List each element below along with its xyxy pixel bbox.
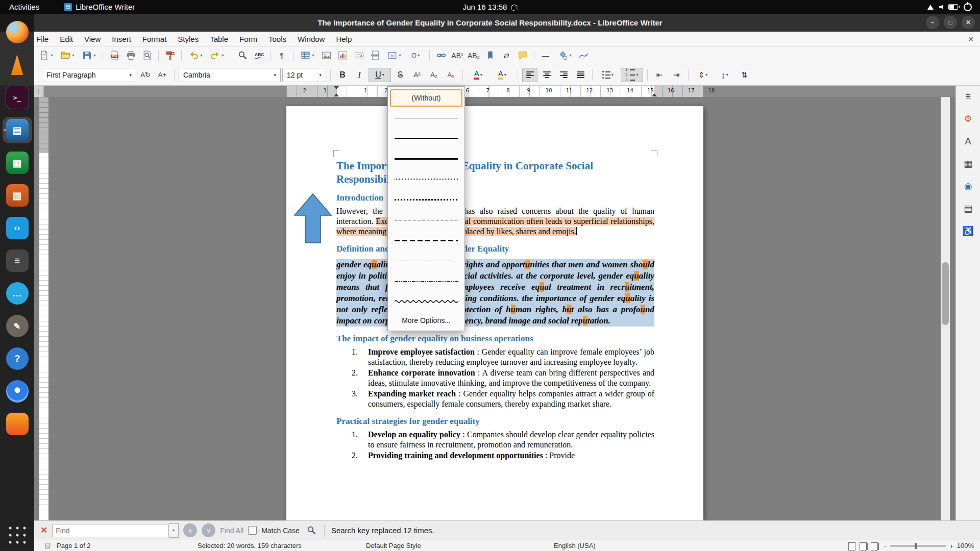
ordered-list-button[interactable]: ▾: [621, 68, 643, 82]
underline-style-solid-thin[interactable]: [390, 108, 462, 128]
find-previous-button[interactable]: ∧: [183, 523, 197, 537]
font-name-combo[interactable]: Cambria▾: [179, 68, 281, 82]
document-page[interactable]: The Importance of Gender Equality in Cor…: [286, 106, 703, 520]
dock-vlc[interactable]: [3, 52, 32, 78]
horizontal-line-button[interactable]: —: [538, 48, 553, 63]
find-input[interactable]: [52, 524, 169, 537]
language-status[interactable]: English (USA): [554, 542, 596, 549]
new-document-button[interactable]: ▾: [36, 48, 56, 63]
subscript-button[interactable]: A₂: [426, 68, 442, 82]
decrease-indent-button[interactable]: ⇤: [652, 68, 667, 82]
sidebar-settings-icon[interactable]: ≡: [961, 89, 976, 104]
properties-icon[interactable]: ⚙: [961, 111, 976, 127]
insert-special-character-button[interactable]: Ω▾: [405, 48, 426, 63]
menu-help[interactable]: Help: [330, 32, 357, 46]
export-pdf-button[interactable]: PDF: [107, 48, 122, 63]
underline-style-dash-dot[interactable]: [390, 251, 462, 271]
find-all-button[interactable]: Find All: [220, 527, 243, 535]
bold-button[interactable]: B: [335, 68, 350, 82]
superscript-button[interactable]: A²: [409, 68, 425, 82]
dock-gimp[interactable]: ✎: [3, 313, 32, 339]
paragraph-style-combo[interactable]: First Paragraph▾: [42, 68, 136, 82]
menu-tools[interactable]: Tools: [263, 32, 292, 46]
zoom-out-icon[interactable]: −: [884, 542, 888, 550]
highlight-color-button[interactable]: A▾: [491, 68, 513, 82]
align-justify-button[interactable]: [573, 68, 588, 82]
align-right-button[interactable]: [556, 68, 571, 82]
menu-edit[interactable]: Edit: [54, 32, 79, 46]
update-style-button[interactable]: A↻: [138, 68, 153, 82]
underline-style-dash[interactable]: [390, 210, 462, 230]
underline-style-dash-bold[interactable]: [390, 230, 462, 251]
freeform-line-button[interactable]: [576, 48, 591, 63]
dock-libreoffice-calc[interactable]: ▦: [3, 149, 32, 176]
zoom-slider[interactable]: [890, 545, 946, 547]
save-button[interactable]: ▾: [79, 48, 99, 63]
menu-form[interactable]: Form: [234, 32, 263, 46]
insert-footnote-button[interactable]: AB¹: [450, 48, 465, 63]
formatting-marks-button[interactable]: ¶: [274, 48, 289, 63]
italic-button[interactable]: I: [352, 68, 367, 82]
insert-chart-button[interactable]: [335, 48, 350, 63]
system-tray[interactable]: [927, 3, 980, 11]
underline-style-dotted[interactable]: [390, 169, 462, 189]
find-and-replace-button[interactable]: [304, 523, 320, 538]
page-icon[interactable]: ▤: [961, 201, 976, 216]
font-size-combo[interactable]: 12 pt▾: [282, 68, 326, 82]
window-title-bar[interactable]: The Importance of Gender Equality in Cor…: [0, 14, 980, 32]
menu-view[interactable]: View: [79, 32, 106, 46]
horizontal-ruler[interactable]: 21123456789101112131415161718: [43, 86, 955, 97]
print-preview-button[interactable]: [139, 48, 155, 63]
close-document-icon[interactable]: ✕: [968, 35, 974, 43]
basic-shapes-button[interactable]: ▾: [554, 48, 575, 63]
clear-formatting-button[interactable]: Aₓ: [443, 68, 458, 82]
underline-style-wave[interactable]: [390, 291, 462, 312]
first-line-indent-marker[interactable]: [334, 86, 339, 89]
scrollbar-thumb[interactable]: [942, 262, 949, 325]
underline-style-dash-dot-dot[interactable]: [390, 271, 462, 291]
find-and-replace-button[interactable]: [235, 48, 250, 63]
left-indent-marker[interactable]: [334, 93, 339, 96]
dock-libreoffice-impress[interactable]: ▧: [3, 182, 32, 209]
tab-stop-selector[interactable]: L: [34, 86, 44, 97]
dock-help[interactable]: ?: [3, 345, 32, 372]
insert-endnote-button[interactable]: AB₂: [466, 48, 481, 63]
new-style-button[interactable]: A+: [155, 68, 170, 82]
dock-libreoffice-writer[interactable]: ▤: [3, 117, 32, 143]
vertical-scrollbar[interactable]: [941, 97, 950, 520]
underline-option-without[interactable]: (Without): [390, 89, 462, 107]
zoom-in-icon[interactable]: +: [949, 542, 953, 550]
insert-page-break-button[interactable]: [368, 48, 383, 63]
navigator-icon[interactable]: ◉: [961, 179, 976, 194]
insert-table-button[interactable]: ▾: [297, 48, 317, 63]
strikethrough-button[interactable]: S: [393, 68, 408, 82]
underline-button[interactable]: U▾: [369, 68, 391, 82]
focused-app-indicator[interactable]: ▤ LibreOffice Writer: [64, 3, 135, 11]
menu-table[interactable]: Table: [204, 32, 234, 46]
close-button[interactable]: ✕: [962, 16, 975, 29]
insert-image-button[interactable]: [318, 48, 334, 63]
insert-comment-button[interactable]: [515, 48, 530, 63]
underline-style-dotted-bold[interactable]: [390, 189, 462, 210]
align-center-button[interactable]: [539, 68, 554, 82]
dock-vscode[interactable]: ‹›: [3, 215, 32, 241]
dock-software-store[interactable]: [3, 411, 32, 437]
single-page-view-button[interactable]: [848, 542, 855, 550]
insert-textbox-button[interactable]: A: [351, 48, 366, 63]
show-applications-button[interactable]: [7, 524, 28, 546]
paragraph-spacing-button[interactable]: ↨▾: [715, 68, 735, 82]
activities-button[interactable]: Activities: [0, 3, 48, 11]
clock[interactable]: Jun 16 13:58: [463, 3, 518, 11]
increase-indent-button[interactable]: ⇥: [669, 68, 684, 82]
font-color-button[interactable]: A▾: [467, 68, 489, 82]
up-arrow-shape[interactable]: [293, 193, 332, 244]
dock-text-editor[interactable]: ≡: [3, 247, 32, 274]
print-button[interactable]: [123, 48, 138, 63]
minimize-button[interactable]: –: [926, 16, 939, 29]
vertical-ruler[interactable]: [39, 97, 48, 520]
menu-window[interactable]: Window: [292, 32, 330, 46]
underline-style-solid-bold[interactable]: [390, 148, 462, 169]
redo-button[interactable]: ▾: [207, 48, 227, 63]
document-text[interactable]: The Importance of Gender Equality in Cor…: [336, 159, 654, 461]
maximize-button[interactable]: □: [944, 16, 957, 29]
